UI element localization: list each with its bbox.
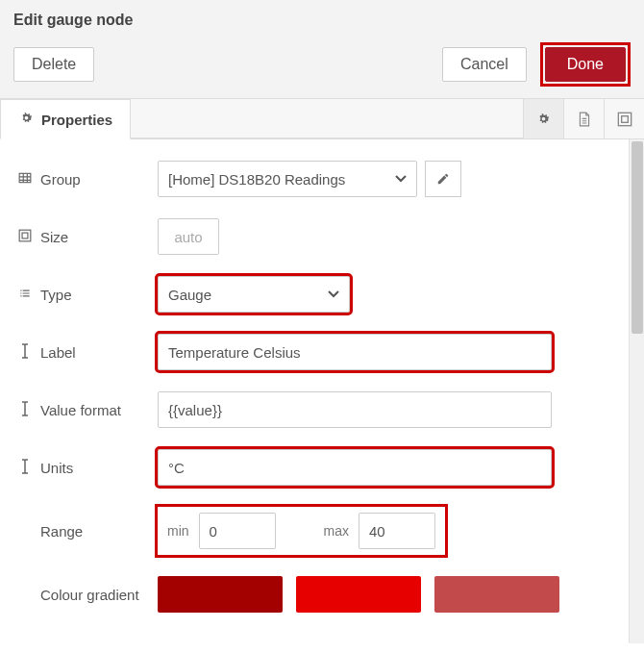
tab-docs-icon-button[interactable] bbox=[563, 99, 604, 138]
row-colour-gradient: Colour gradient bbox=[17, 576, 611, 613]
svg-rect-0 bbox=[618, 113, 631, 125]
row-type: Type Gauge bbox=[17, 276, 611, 313]
gear-icon bbox=[536, 112, 551, 126]
label-colour-gradient-text: Colour gradient bbox=[40, 587, 139, 603]
value-format-input[interactable] bbox=[158, 391, 552, 428]
tab-properties[interactable]: Properties bbox=[0, 99, 131, 139]
tab-spacer bbox=[131, 99, 523, 138]
pencil-icon bbox=[436, 172, 450, 186]
row-value-format: Value format bbox=[17, 391, 611, 428]
colour-swatch-1[interactable] bbox=[158, 576, 283, 613]
label-units-text: Units bbox=[40, 460, 73, 476]
row-size: Size bbox=[17, 218, 611, 255]
form-area: Group [Home] DS18B20 Readings Size Type … bbox=[0, 139, 644, 643]
svg-rect-4 bbox=[22, 233, 28, 239]
size-icon bbox=[17, 229, 33, 245]
text-cursor-icon bbox=[17, 401, 33, 419]
gear-icon bbox=[18, 111, 34, 128]
range-max-input[interactable] bbox=[359, 513, 435, 549]
svg-rect-1 bbox=[621, 115, 628, 122]
label-size-text: Size bbox=[40, 229, 68, 245]
row-range: Range min max bbox=[17, 507, 611, 555]
units-input[interactable] bbox=[158, 449, 552, 486]
label-label-text: Label bbox=[40, 344, 76, 361]
label-range-text: Range bbox=[40, 523, 83, 540]
colour-swatches bbox=[158, 576, 559, 613]
text-cursor-icon bbox=[17, 343, 33, 362]
group-select[interactable]: [Home] DS18B20 Readings bbox=[158, 161, 417, 197]
label-type-text: Type bbox=[40, 287, 72, 303]
range-min-label: min bbox=[167, 523, 189, 539]
text-cursor-icon bbox=[17, 459, 33, 477]
range-min-input[interactable] bbox=[199, 513, 276, 549]
done-highlight: Done bbox=[540, 42, 631, 87]
colour-swatch-3[interactable] bbox=[434, 576, 559, 613]
tab-layout-icon-button[interactable] bbox=[604, 99, 644, 138]
label-type: Type bbox=[17, 287, 158, 303]
label-value-format: Value format bbox=[17, 401, 158, 419]
label-range: Range bbox=[17, 523, 158, 540]
done-button[interactable]: Done bbox=[545, 47, 626, 82]
tab-properties-label: Properties bbox=[41, 112, 112, 128]
form-body: Group [Home] DS18B20 Readings Size Type … bbox=[0, 139, 629, 643]
range-max-label: max bbox=[324, 523, 349, 539]
scrollbar-thumb[interactable] bbox=[632, 141, 643, 334]
row-units: Units bbox=[17, 449, 611, 486]
svg-rect-2 bbox=[19, 173, 31, 182]
row-group: Group [Home] DS18B20 Readings bbox=[17, 161, 611, 197]
table-icon bbox=[17, 171, 33, 188]
scrollbar[interactable] bbox=[629, 139, 644, 643]
header-buttons: Delete Cancel Done bbox=[13, 42, 631, 87]
edit-group-button[interactable] bbox=[425, 161, 461, 197]
type-select[interactable]: Gauge bbox=[158, 276, 350, 313]
colour-swatch-2[interactable] bbox=[296, 576, 421, 613]
svg-rect-3 bbox=[19, 230, 31, 241]
label-colour-gradient: Colour gradient bbox=[17, 587, 158, 603]
label-label: Label bbox=[17, 343, 158, 362]
size-input[interactable] bbox=[158, 218, 219, 255]
label-units: Units bbox=[17, 459, 158, 477]
label-group: Group bbox=[17, 171, 158, 188]
list-icon bbox=[17, 287, 33, 303]
label-size: Size bbox=[17, 229, 158, 245]
row-label: Label bbox=[17, 334, 611, 370]
range-box: min max bbox=[158, 507, 445, 555]
label-input[interactable] bbox=[158, 334, 552, 370]
dialog-title: Edit gauge node bbox=[13, 12, 631, 29]
tabs-row: Properties bbox=[0, 99, 644, 139]
layout-icon bbox=[617, 112, 632, 127]
tab-settings-icon-button[interactable] bbox=[523, 99, 563, 138]
label-value-format-text: Value format bbox=[40, 402, 121, 418]
delete-button[interactable]: Delete bbox=[13, 47, 94, 82]
dialog-header: Edit gauge node Delete Cancel Done bbox=[0, 0, 644, 99]
document-icon bbox=[578, 112, 591, 127]
label-group-text: Group bbox=[40, 171, 81, 188]
cancel-button[interactable]: Cancel bbox=[442, 47, 527, 82]
